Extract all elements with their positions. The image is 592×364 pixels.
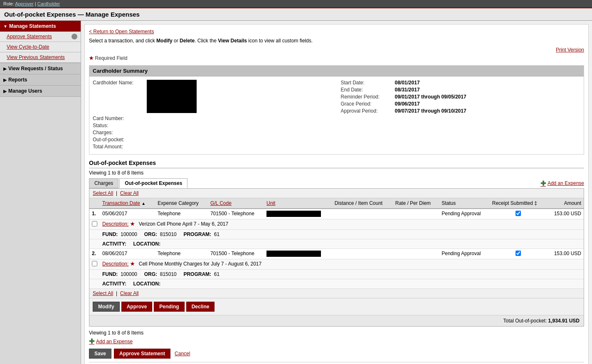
summary-row-reminder: Reminder Period: 09/01/2017 through 09/0…	[341, 94, 581, 100]
row1-desc-spacer	[89, 219, 100, 230]
th-status: Status	[439, 198, 490, 209]
table-row: 1. 05/06/2017 Telephone 701500 - Telepho…	[89, 209, 584, 219]
row1-amount: 153.00 USD	[547, 209, 584, 219]
sidebar: ▼ Manage Statements Approve Statements V…	[0, 21, 81, 364]
print-version-link[interactable]: Print Version	[556, 47, 584, 53]
row1-desc-cell: Description: ★ Verizon Cell Phone April …	[100, 219, 584, 230]
modify-label: Modify	[156, 38, 173, 44]
top-bar: Role: Approver | Cardholder	[0, 0, 592, 8]
sidebar-header-manage-statements[interactable]: ▼ Manage Statements	[0, 21, 81, 32]
main-content: Return to Open Statements Select a trans…	[81, 21, 592, 364]
sort-transaction-date[interactable]: Transaction Date	[102, 200, 140, 206]
clear-all-bottom[interactable]: Clear All	[120, 290, 139, 296]
row2-description-text: Cell Phone Monthly Charges for July 7 - …	[139, 261, 262, 267]
tab-out-of-pocket[interactable]: Out-of-pocket Expenses	[119, 178, 187, 188]
sidebar-section-manage-users: ▶ Manage Users	[0, 86, 81, 97]
row1-status: Pending Approval	[439, 209, 490, 219]
save-approve-row: Save Approve Statement Cancel	[89, 349, 584, 359]
row1-receipt[interactable]	[490, 209, 547, 219]
summary-left: Cardholder Name: Card Number: Status:	[93, 80, 333, 151]
row1-rate	[393, 209, 439, 219]
unit-link[interactable]: Unit	[266, 200, 275, 206]
table-row-description-2: Description: ★ Cell Phone Monthly Charge…	[89, 259, 584, 270]
th-expense-category: Expense Category	[155, 198, 208, 209]
sidebar-item-view-cycle[interactable]: View Cycle-to-Date	[0, 42, 81, 52]
sidebar-section-view-requests: ▶ View Requests / Status	[0, 63, 81, 74]
total-row: Total Out-of-pocket: 1,934.91 USD	[89, 315, 584, 326]
cancel-button[interactable]: Cancel	[173, 349, 192, 358]
view-previous-link[interactable]: View Previous Statements	[7, 54, 65, 60]
gl-code-link[interactable]: G/L Code	[210, 200, 232, 206]
th-transaction-date[interactable]: Transaction Date ▲	[100, 198, 155, 209]
modify-button[interactable]: Modify	[93, 302, 120, 312]
select-clear-top: Select All | Clear All	[89, 189, 584, 198]
redacted-name	[147, 80, 197, 113]
add-expense-top[interactable]: ✚ Add an Expense	[540, 180, 584, 187]
row2-amount: 153.00 USD	[547, 249, 584, 259]
sidebar-header-view-requests[interactable]: ▶ View Requests / Status	[0, 63, 81, 74]
table-row-fund-1: FUND: 100000 ORG: 815010 PROGRAM: 61	[89, 230, 584, 239]
sidebar-item-view-previous[interactable]: View Previous Statements	[0, 52, 81, 63]
row2-date: 08/06/2017	[100, 249, 155, 259]
row2-num: 2.	[89, 249, 100, 259]
sidebar-header-manage-users[interactable]: ▶ Manage Users	[0, 86, 81, 96]
clear-all-top[interactable]: Clear All	[120, 190, 139, 196]
row2-receipt-checkbox[interactable]	[516, 251, 521, 256]
row1-checkbox[interactable]	[92, 221, 97, 226]
sidebar-item-approve-statements[interactable]: Approve Statements	[0, 32, 81, 42]
th-amount: Amount	[547, 198, 584, 209]
row2-desc-cell: Description: ★ Cell Phone Monthly Charge…	[100, 259, 584, 270]
row1-fund-spacer	[89, 230, 100, 239]
approve-statements-link[interactable]: Approve Statements	[7, 34, 52, 39]
row1-receipt-checkbox[interactable]	[516, 211, 521, 216]
sidebar-header-reports[interactable]: ▶ Reports	[0, 74, 81, 85]
row2-checkbox[interactable]	[92, 261, 97, 266]
add-expense-bottom[interactable]: ✚ Add an Expense	[89, 337, 584, 345]
sidebar-section-reports: ▶ Reports	[0, 74, 81, 86]
row2-act-spacer	[89, 279, 100, 289]
view-details-label: View Details	[218, 38, 247, 44]
tab-charges[interactable]: Charges	[89, 178, 118, 188]
sidebar-arrow-manage-users: ▶	[3, 89, 7, 93]
tabs: Charges Out-of-pocket Expenses	[89, 178, 188, 188]
row2-fund-spacer	[89, 270, 100, 279]
instruction-text: Select a transaction, and click Modify o…	[89, 38, 584, 44]
row2-activity-cell: ACTIVITY: LOCATION:	[100, 279, 332, 289]
decline-button[interactable]: Decline	[186, 302, 215, 312]
required-note: ★ Required Field	[89, 55, 584, 61]
sidebar-section-manage-statements: ▼ Manage Statements Approve Statements V…	[0, 21, 81, 63]
view-cycle-link[interactable]: View Cycle-to-Date	[7, 44, 49, 50]
pending-button[interactable]: Pending	[154, 302, 184, 312]
select-all-bottom[interactable]: Select All	[93, 290, 113, 296]
role-cardholder-link[interactable]: Cardholder	[37, 1, 60, 6]
main-inner: Return to Open Statements Select a trans…	[84, 24, 589, 364]
save-button[interactable]: Save	[89, 349, 111, 359]
viewing-top: Viewing 1 to 8 of 8 Items	[89, 170, 584, 176]
summary-right: Start Date: 08/01/2017 End Date: 08/31/2…	[341, 80, 581, 151]
row2-glcode: 701500 - Telephone	[208, 249, 264, 259]
row1-description-link[interactable]: Description:	[102, 221, 128, 227]
summary-row-name: Cardholder Name:	[93, 80, 333, 114]
role-approver-link[interactable]: Approver	[15, 1, 34, 6]
action-buttons: Modify Approve Pending Decline	[89, 298, 584, 315]
tabs-row: Charges Out-of-pocket Expenses ✚ Add an …	[89, 178, 584, 188]
select-all-top[interactable]: Select All	[93, 190, 113, 196]
add-expense-icon-top: ✚	[540, 180, 546, 187]
sort-arrow: ▲	[141, 201, 146, 206]
bottom-add-expense: ✚ Add an Expense	[89, 337, 584, 345]
row1-activity-cell: ACTIVITY: LOCATION:	[100, 239, 332, 249]
approve-statement-button[interactable]: Approve Statement	[114, 349, 170, 359]
row1-act-spacer	[89, 239, 100, 249]
th-receipt: Receipt Submitted ‡	[490, 198, 547, 209]
back-link[interactable]: Return to Open Statements	[89, 29, 154, 34]
row1-date: 05/06/2017	[100, 209, 155, 219]
sidebar-arrow-view-requests: ▶	[3, 66, 7, 71]
summary-row-approval: Approval Period: 09/07/2017 through 09/1…	[341, 108, 581, 114]
approve-button[interactable]: Approve	[121, 302, 153, 312]
row1-description-text: Verizon Cell Phone April 7 - May 6, 2017	[139, 221, 228, 227]
row2-description-link[interactable]: Description:	[102, 261, 128, 267]
th-unit[interactable]: Unit	[264, 198, 332, 209]
th-gl-code[interactable]: G/L Code	[208, 198, 264, 209]
row2-receipt[interactable]	[490, 249, 547, 259]
role-label: Role: Approver | Cardholder	[3, 1, 60, 6]
